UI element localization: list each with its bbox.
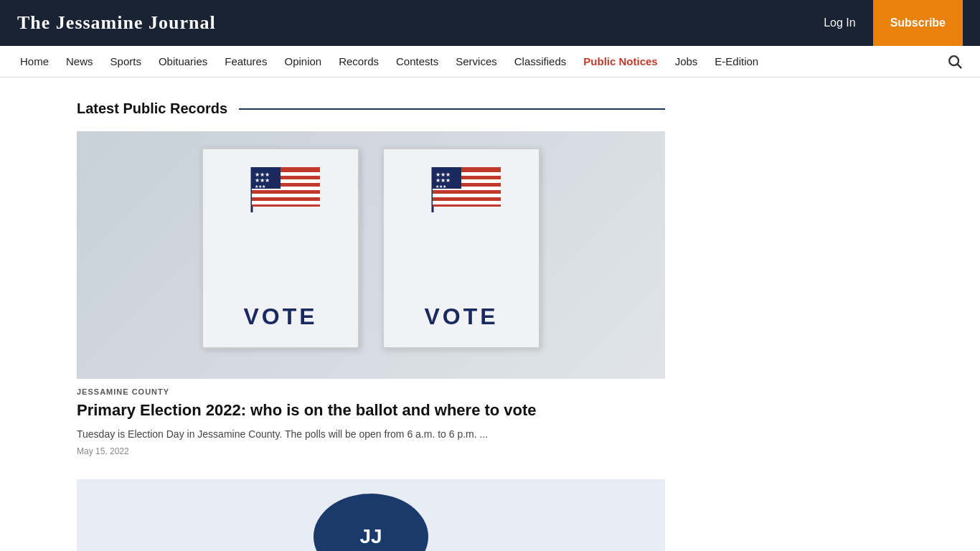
svg-line-1 [958, 64, 962, 68]
nav-item-services[interactable]: Services [447, 46, 506, 77]
article-logo: JJ [314, 494, 428, 551]
subscribe-button[interactable]: Subscribe [873, 0, 963, 46]
sidebar [688, 100, 903, 551]
svg-point-0 [949, 56, 958, 65]
voting-booth-illustration: ★★★ ★★★ ★★★ VOTE [202, 148, 540, 363]
vote-text-left: VOTE [243, 303, 317, 330]
svg-rect-18 [433, 194, 501, 197]
flag-icon-left: ★★★ ★★★ ★★★ [237, 164, 324, 214]
nav-item-records[interactable]: Records [330, 46, 387, 77]
svg-rect-19 [433, 201, 501, 204]
nav-item-classifieds[interactable]: Classifieds [506, 46, 575, 77]
nav-item-home[interactable]: Home [11, 46, 57, 77]
article-title[interactable]: Primary Election 2022: who is on the bal… [77, 400, 665, 421]
login-button[interactable]: Log In [806, 17, 872, 29]
article-date: May 15, 2022 [77, 446, 665, 456]
site-logo[interactable]: The Jessamine Journal [17, 12, 216, 34]
svg-rect-7 [252, 194, 320, 197]
logo-text: JJ [359, 525, 382, 548]
nav-item-obituaries[interactable]: Obituaries [150, 46, 216, 77]
nav-item-news[interactable]: News [57, 46, 102, 77]
flag-icon-right: ★★★ ★★★ ★★★ [418, 164, 504, 214]
booth-panel-right: ★★★ ★★★ ★★★ VOTE [382, 148, 540, 349]
vote-text-right: VOTE [424, 303, 498, 330]
site-title: The Jessamine Journal [17, 12, 216, 33]
vote-image: ★★★ ★★★ ★★★ VOTE [77, 131, 665, 379]
search-icon [947, 54, 963, 70]
booth-panel-left: ★★★ ★★★ ★★★ VOTE [202, 148, 359, 349]
section-heading: Latest Public Records [77, 100, 665, 117]
article-category: JESSAMINE COUNTY [77, 387, 665, 396]
nav-item-sports[interactable]: Sports [102, 46, 150, 77]
article-card-2: JJ [77, 479, 665, 551]
svg-text:★★★: ★★★ [255, 177, 270, 184]
svg-text:★★★: ★★★ [255, 184, 265, 189]
svg-text:★★★: ★★★ [435, 177, 451, 184]
nav-item-e-edition[interactable]: E-Edition [706, 46, 767, 77]
article-image-2: JJ [77, 479, 665, 551]
nav-item-public-notices[interactable]: Public Notices [575, 46, 666, 77]
main-nav: Home News Sports Obituaries Features Opi… [0, 46, 980, 77]
svg-rect-8 [252, 201, 320, 204]
article-image: ★★★ ★★★ ★★★ VOTE [77, 131, 665, 379]
nav-item-jobs[interactable]: Jobs [666, 46, 707, 77]
svg-text:★★★: ★★★ [435, 184, 446, 189]
content-area: Latest Public Records [77, 100, 665, 551]
nav-item-opinion[interactable]: Opinion [275, 46, 330, 77]
section-divider [239, 108, 665, 110]
article-excerpt: Tuesday is Election Day in Jessamine Cou… [77, 427, 665, 442]
article-card: ★★★ ★★★ ★★★ VOTE [77, 131, 665, 456]
section-title: Latest Public Records [77, 100, 227, 117]
nav-item-features[interactable]: Features [216, 46, 275, 77]
search-button[interactable] [941, 54, 969, 70]
nav-item-contests[interactable]: Contests [387, 46, 447, 77]
